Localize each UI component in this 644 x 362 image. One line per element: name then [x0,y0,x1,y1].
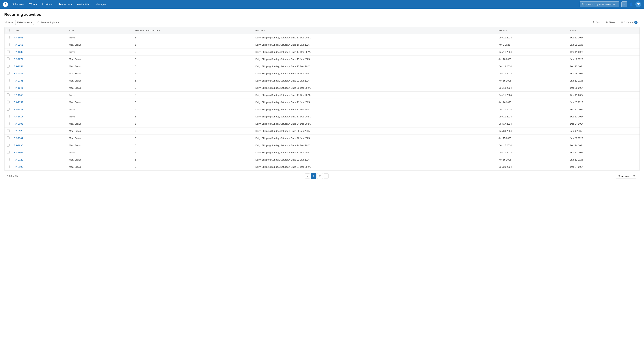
item-link[interactable]: RA-2022 [14,72,23,75]
row-checkbox[interactable] [7,79,10,82]
prev-page-button[interactable]: ‹ [305,173,310,178]
item-link[interactable]: RA-2352 [14,101,23,104]
number-cell: 6 [132,70,253,77]
row-checkbox[interactable] [7,50,10,53]
sort-icon: ⇅ [593,21,595,24]
item-link[interactable]: RA-2271 [14,58,23,60]
row-checkbox[interactable] [7,115,10,118]
item-link[interactable]: RA-1941 [14,86,23,89]
row-checkbox[interactable] [7,93,10,96]
row-checkbox[interactable] [7,158,10,161]
starts-cell: Dec 17 2024 [496,120,568,127]
number-cell: 5 [132,48,253,56]
item-link[interactable]: RA-1617 [14,115,23,118]
col-header-number: NUMBER OF ACTIVITIES [132,27,253,34]
starts-cell: Dec 11 2024 [496,92,568,99]
item-link[interactable]: RA-2190 [14,166,23,168]
nav-item-manage[interactable]: Manage ▾ [94,0,108,8]
type-cell: Meal Break [67,127,132,135]
table-row: RA-1389 Travel 5 Daily. Skipping Sunday,… [4,48,640,56]
starts-cell: Dec 11 2024 [496,113,568,120]
nav-item-work[interactable]: Work ▾ [27,0,39,8]
filters-button[interactable]: ⧉ Filters [604,20,617,24]
add-button[interactable]: + [621,1,627,7]
number-cell: 6 [132,156,253,163]
item-link[interactable]: RA-1533 [14,108,23,111]
item-link[interactable]: RA-2320 [14,158,23,161]
row-checkbox[interactable] [7,129,10,132]
item-link[interactable]: RA-1601 [14,151,23,154]
item-link[interactable]: RA-1389 [14,51,23,53]
table-row: RA-2022 Meal Break 6 Daily. Skipping Sun… [4,70,640,77]
row-checkbox[interactable] [7,86,10,89]
row-checkbox[interactable] [7,108,10,111]
save-as-duplicate-button[interactable]: ⧉ Save as duplicate [36,20,60,25]
type-cell: Meal Break [67,142,132,149]
row-checkbox[interactable] [7,122,10,125]
item-link[interactable]: RA-1565 [14,36,23,39]
table-row: RA-2006 Meal Break 6 Daily. Skipping Sun… [4,120,640,127]
pattern-cell: Daily. Skipping Sunday, Saturday. Ends 1… [253,34,496,41]
row-checkbox[interactable] [7,43,10,46]
next-page-button[interactable]: › [324,173,329,178]
item-link[interactable]: RA-2336 [14,79,23,82]
row-checkbox[interactable] [7,100,10,103]
ends-cell: Dec 25 2024 [568,63,640,70]
pattern-cell: Daily. Skipping Sunday, Saturday. Ends 1… [253,106,496,113]
page-1-button[interactable]: 1 [311,173,316,179]
columns-button[interactable]: ⊞ Columns 6 [619,20,640,25]
nav-item-availability[interactable]: Availability ▾ [75,0,93,8]
starts-cell: Jan 16 2025 [496,99,568,106]
type-cell: Meal Break [67,70,132,77]
item-link[interactable]: RA-2123 [14,130,23,132]
row-checkbox[interactable] [7,65,10,67]
pattern-cell: Daily. Skipping Sunday, Saturday. Ends 2… [253,156,496,163]
table-row: RA-1941 Meal Break 6 Daily. Skipping Sun… [4,84,640,92]
view-select[interactable]: Default view ▾ [15,20,34,25]
page-2-button[interactable]: 2 [317,173,323,179]
item-link[interactable]: RA-2304 [14,137,23,139]
ends-cell: Dec 11 2024 [568,106,640,113]
pattern-cell: Daily. Skipping Sunday, Saturday. Ends 1… [253,41,496,48]
columns-icon: ⊞ [621,21,623,24]
row-checkbox[interactable] [7,144,10,146]
starts-cell: Dec 11 2024 [496,48,568,56]
item-link[interactable]: RA-2255 [14,43,23,46]
number-cell: 6 [132,77,253,84]
user-avatar[interactable]: EK [636,1,641,7]
item-link[interactable]: RA-1549 [14,94,23,96]
select-all-checkbox[interactable] [7,29,10,32]
nav-item-activities[interactable]: Activities ▾ [40,0,56,8]
type-cell: Meal Break [67,163,132,171]
nav-item-schedule[interactable]: Schedule ▾ [10,0,26,8]
starts-cell: Dec 11 2024 [496,106,568,113]
app-logo[interactable]: S [3,2,8,7]
ends-cell: Jan 17 2025 [568,56,640,63]
row-checkbox[interactable] [7,72,10,75]
ends-cell: Dec 11 2024 [568,149,640,156]
table-row: RA-2352 Meal Break 6 Daily. Skipping Sun… [4,99,640,106]
ends-cell: Dec 24 2024 [568,120,640,127]
search-placeholder: Search for jobs or resources [586,3,615,6]
number-cell: 6 [132,135,253,142]
user-profile-icon[interactable]: 👤 [629,2,633,6]
search-bar[interactable]: 🔍 Search for jobs or resources [580,1,619,7]
row-checkbox[interactable] [7,165,10,168]
nav-item-resources[interactable]: Resources ▾ [56,0,74,8]
row-checkbox[interactable] [7,151,10,154]
filter-icon: ⧉ [606,21,608,24]
ends-cell: Dec 11 2024 [568,34,640,41]
item-link[interactable]: RA-1990 [14,144,23,147]
type-cell: Meal Break [67,56,132,63]
per-page-select[interactable]: 30 per page 10 per page 20 per page 50 p… [616,174,637,178]
item-link[interactable]: RA-2006 [14,122,23,125]
row-checkbox[interactable] [7,136,10,139]
row-checkbox[interactable] [7,57,10,60]
row-checkbox[interactable] [7,36,10,39]
number-cell: 6 [132,56,253,63]
table-row: RA-1617 Travel 5 Daily. Skipping Sunday,… [4,113,640,120]
starts-cell: Dec 11 2024 [496,34,568,41]
ends-cell: Jan 22 2025 [568,77,640,84]
item-link[interactable]: RA-2054 [14,65,23,68]
sort-button[interactable]: ⇅ Sort [591,20,602,24]
